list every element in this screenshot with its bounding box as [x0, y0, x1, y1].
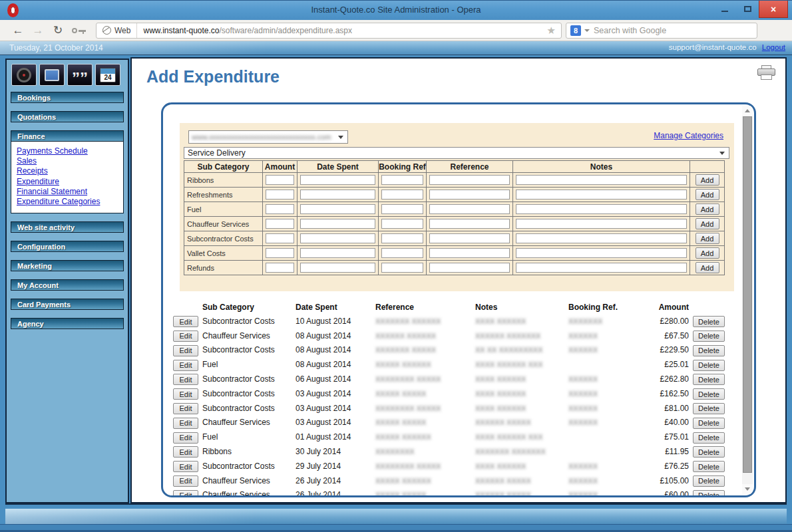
delete-button[interactable]: Delete — [693, 374, 725, 385]
delete-button[interactable]: Delete — [693, 490, 725, 497]
delete-button[interactable]: Delete — [693, 418, 725, 429]
date-spent-input[interactable] — [300, 190, 375, 200]
book-icon-button[interactable] — [39, 64, 65, 86]
booking-ref-input[interactable] — [381, 263, 423, 273]
date-spent-input[interactable] — [300, 233, 375, 243]
reference-input[interactable] — [429, 175, 510, 185]
add-button[interactable]: Add — [695, 262, 719, 273]
edit-button[interactable]: Edit — [173, 316, 198, 327]
delete-button[interactable]: Delete — [693, 316, 725, 327]
reference-input[interactable] — [429, 219, 510, 229]
date-spent-input[interactable] — [300, 204, 375, 214]
sidebar-item-configuration[interactable]: Configuration — [11, 241, 124, 252]
print-icon[interactable] — [757, 65, 776, 81]
back-button[interactable]: ← — [8, 24, 28, 37]
sidebar-item-quotations[interactable]: Quotations — [11, 111, 124, 122]
delete-button[interactable]: Delete — [693, 475, 725, 487]
add-button[interactable]: Add — [695, 218, 719, 229]
notes-input[interactable] — [516, 233, 687, 243]
sidebar-item-my-account[interactable]: My Account — [11, 279, 124, 291]
add-button[interactable]: Add — [695, 247, 719, 259]
bookmark-star-icon[interactable]: ★ — [542, 25, 561, 37]
delete-button[interactable]: Delete — [693, 388, 725, 400]
booking-ref-input[interactable] — [381, 175, 423, 185]
edit-button[interactable]: Edit — [173, 331, 198, 342]
amount-input[interactable] — [266, 204, 294, 214]
add-button[interactable]: Add — [695, 203, 719, 215]
delete-button[interactable]: Delete — [693, 432, 725, 444]
date-spent-input[interactable] — [300, 219, 375, 229]
delete-button[interactable]: Delete — [693, 446, 725, 458]
sidebar-link-expenditure-categories[interactable]: Expenditure Categories — [17, 197, 118, 207]
reference-input[interactable] — [429, 263, 510, 273]
date-spent-input[interactable] — [300, 263, 375, 273]
booking-ref-input[interactable] — [381, 219, 423, 229]
sidebar-link-financial-statement[interactable]: Financial Statement — [17, 187, 118, 197]
address-bar[interactable]: Web www.instant-quote.co/software/admin/… — [96, 23, 562, 39]
key-icon[interactable] — [71, 25, 88, 36]
calendar-icon-button[interactable]: 24 — [95, 64, 120, 86]
edit-button[interactable]: Edit — [173, 403, 198, 414]
maximize-button[interactable] — [736, 1, 759, 17]
add-button[interactable]: Add — [695, 189, 719, 200]
date-spent-input[interactable] — [300, 175, 375, 185]
booking-ref-input[interactable] — [381, 248, 423, 258]
panel-scrollbar[interactable] — [742, 106, 753, 494]
sidebar-item-web-site-activity[interactable]: Web site activity — [11, 221, 124, 233]
delete-button[interactable]: Delete — [693, 461, 725, 472]
amount-input[interactable] — [266, 233, 294, 243]
booking-ref-input[interactable] — [381, 233, 423, 243]
amount-input[interactable] — [266, 248, 294, 258]
sidebar-link-payments-schedule[interactable]: Payments Schedule — [17, 146, 118, 156]
delete-button[interactable]: Delete — [693, 345, 725, 356]
sidebar-item-card-payments[interactable]: Card Payments — [11, 299, 124, 310]
sidebar-link-expenditure[interactable]: Expenditure — [17, 177, 118, 187]
manage-categories-link[interactable]: Manage Categories — [654, 131, 723, 140]
edit-button[interactable]: Edit — [173, 461, 198, 472]
reference-input[interactable] — [429, 204, 510, 214]
helm-icon-button[interactable] — [11, 64, 37, 86]
search-bar[interactable]: 8 Search with Google — [566, 23, 757, 39]
sidebar-item-finance[interactable]: Finance — [11, 130, 124, 142]
amount-input[interactable] — [266, 219, 294, 229]
scroll-up-button[interactable] — [742, 106, 753, 116]
reference-input[interactable] — [429, 248, 510, 258]
amount-input[interactable] — [266, 263, 294, 273]
logout-link[interactable]: Logout — [762, 43, 785, 51]
category-select[interactable]: Service Delivery — [184, 147, 729, 159]
scrollbar-thumb[interactable] — [743, 116, 752, 473]
date-spent-input[interactable] — [300, 248, 375, 258]
delete-button[interactable]: Delete — [693, 331, 725, 342]
company-select[interactable]: www.xxxxxxxxxxxxxxxxxxxxxxxxxxxxx.com — [188, 130, 348, 144]
edit-button[interactable]: Edit — [173, 418, 198, 429]
sidebar-item-marketing[interactable]: Marketing — [11, 260, 124, 271]
edit-button[interactable]: Edit — [173, 490, 198, 497]
booking-ref-input[interactable] — [381, 190, 423, 200]
quotes-icon-button[interactable]: ”” — [67, 64, 93, 86]
edit-button[interactable]: Edit — [173, 446, 198, 458]
forward-button[interactable]: → — [28, 24, 48, 37]
reference-input[interactable] — [429, 233, 510, 243]
notes-input[interactable] — [516, 219, 687, 229]
scroll-down-button[interactable] — [742, 484, 753, 494]
sidebar-link-receipts[interactable]: Receipts — [17, 166, 118, 176]
notes-input[interactable] — [516, 248, 687, 258]
edit-button[interactable]: Edit — [173, 475, 198, 487]
delete-button[interactable]: Delete — [693, 360, 725, 371]
delete-button[interactable]: Delete — [693, 403, 725, 414]
add-button[interactable]: Add — [695, 233, 719, 244]
booking-ref-input[interactable] — [381, 204, 423, 214]
web-badge[interactable]: Web — [97, 23, 137, 38]
sidebar-item-bookings[interactable]: Bookings — [11, 92, 124, 103]
notes-input[interactable] — [516, 175, 687, 185]
add-button[interactable]: Add — [695, 174, 719, 186]
notes-input[interactable] — [516, 190, 687, 200]
edit-button[interactable]: Edit — [173, 374, 198, 385]
reload-button[interactable]: ↻ — [48, 23, 68, 37]
amount-input[interactable] — [266, 175, 294, 185]
edit-button[interactable]: Edit — [173, 360, 198, 371]
search-engine-dropdown-icon[interactable] — [584, 29, 590, 32]
minimize-button[interactable] — [713, 1, 736, 17]
notes-input[interactable] — [516, 204, 687, 214]
notes-input[interactable] — [516, 263, 687, 273]
